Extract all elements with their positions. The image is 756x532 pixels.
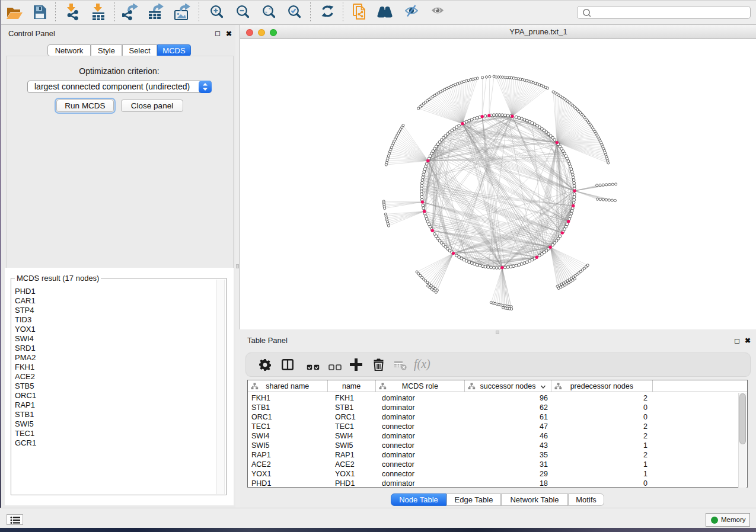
svg-text:f(x): f(x): [414, 358, 430, 371]
